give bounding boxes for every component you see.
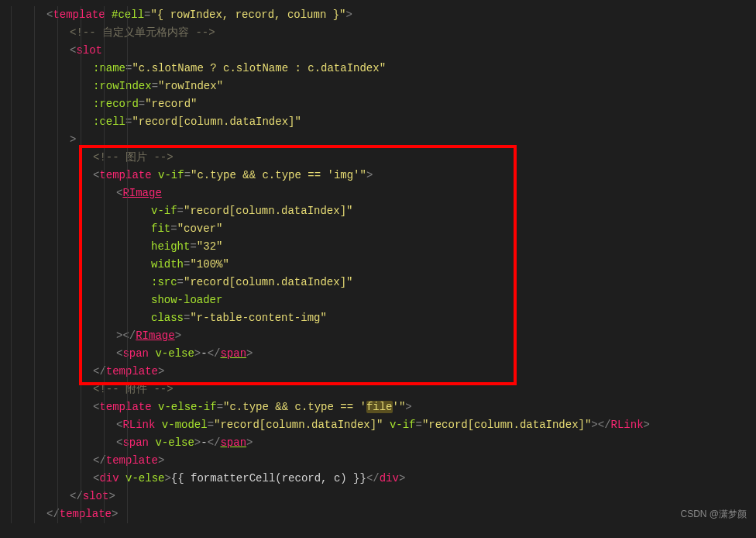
code-line[interactable]: </template> [46,452,756,470]
code-line[interactable]: <RImage [46,185,756,202]
code-line[interactable]: v-if="record[column.dataIndex]" [46,202,756,220]
code-line[interactable]: </slot> [46,488,756,505]
code-line[interactable]: :record="record" [46,95,756,113]
code-line[interactable]: :name="c.slotName ? c.slotName : c.dataI… [46,60,756,78]
code-line[interactable]: <!-- 自定义单元格内容 --> [46,24,756,42]
code-line[interactable]: :rowIndex="rowIndex" [46,78,756,95]
code-line[interactable]: <template v-if="c.type && c.type == 'img… [46,167,756,185]
code-line[interactable]: ></RImage> [46,327,756,345]
code-line[interactable]: height="32" [46,238,756,256]
code-editor[interactable]: <template #cell="{ rowIndex, record, col… [0,0,756,529]
code-line[interactable]: :cell="record[column.dataIndex]" [46,113,756,131]
code-lines-container: <template #cell="{ rowIndex, record, col… [46,6,756,523]
code-line[interactable]: <RLink v-model="record[column.dataIndex]… [46,416,756,434]
watermark-text: CSDN @潇梦颜 [680,505,747,523]
code-line[interactable]: :src="record[column.dataIndex]" [46,274,756,291]
code-line[interactable]: width="100%" [46,256,756,274]
code-line[interactable]: </template> [46,505,756,523]
code-line[interactable]: <span v-else>-</span> [46,434,756,452]
code-line[interactable]: <template #cell="{ rowIndex, record, col… [46,6,756,24]
code-line[interactable]: show-loader [46,291,756,309]
code-line[interactable]: > [46,131,756,149]
code-line[interactable]: </template> [46,363,756,381]
code-line[interactable]: <template v-else-if="c.type && c.type ==… [46,398,756,416]
code-line[interactable]: <div v-else>{{ formatterCell(record, c) … [46,470,756,488]
code-line[interactable]: <slot [46,42,756,60]
code-line[interactable]: <!-- 图片 --> [46,149,756,167]
code-line[interactable]: class="r-table-content-img" [46,309,756,327]
code-line[interactable]: <span v-else>-</span> [46,345,756,363]
code-line[interactable]: <!-- 附件 --> [46,381,756,398]
code-line[interactable]: fit="cover" [46,220,756,238]
